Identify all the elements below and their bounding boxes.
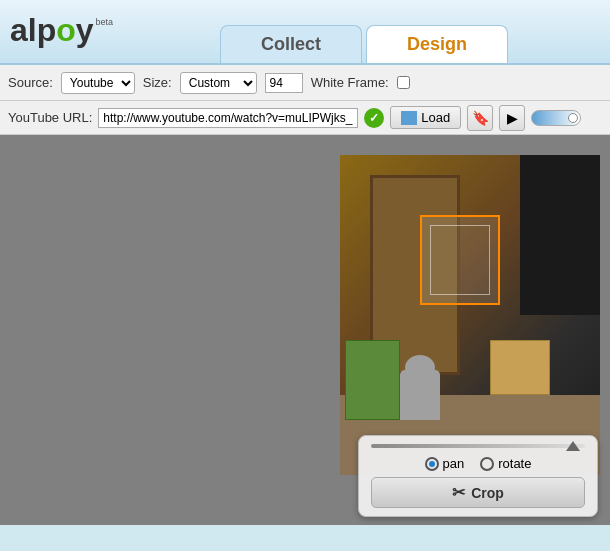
size-number-input[interactable] [265, 73, 303, 93]
tab-collect[interactable]: Collect [220, 25, 362, 63]
nav-tabs: Collect Design [160, 25, 610, 63]
scissors-icon: ✂ [452, 483, 465, 502]
crop-button[interactable]: ✂ Crop [371, 477, 585, 508]
load-button[interactable]: Load [390, 106, 461, 129]
video-frame [340, 155, 600, 475]
crop-selection-box[interactable] [420, 215, 500, 305]
url-valid-icon: ✓ [364, 108, 384, 128]
tab-design[interactable]: Design [366, 25, 508, 63]
video-image [340, 155, 600, 475]
load-icon [401, 111, 417, 125]
youtube-url-label: YouTube URL: [8, 110, 92, 125]
pan-label: pan [443, 456, 465, 471]
zoom-slider-row [371, 444, 585, 448]
source-label: Source: [8, 75, 53, 90]
zoom-slider[interactable] [371, 444, 585, 448]
zoom-slider-thumb [566, 441, 580, 451]
pan-radio[interactable] [425, 457, 439, 471]
load-label: Load [421, 110, 450, 125]
pan-option[interactable]: pan [425, 456, 465, 471]
crop-selection-inner [430, 225, 490, 295]
logo: alpoy [10, 12, 94, 49]
crop-label: Crop [471, 485, 504, 501]
cat-head [405, 355, 435, 380]
volume-slider-thumb [568, 113, 578, 123]
rotate-option[interactable]: rotate [480, 456, 531, 471]
main-canvas[interactable]: pan rotate ✂ Crop [0, 135, 610, 525]
logo-beta: beta [96, 17, 114, 27]
rotate-radio[interactable] [480, 457, 494, 471]
bookmark-icon: 🔖 [472, 110, 489, 126]
bottom-panel: pan rotate ✂ Crop [358, 435, 598, 517]
youtube-url-input[interactable] [98, 108, 358, 128]
dark-figure [520, 155, 600, 315]
header: alpoy beta Collect Design [0, 0, 610, 65]
play-icon: ▶ [507, 110, 518, 126]
white-frame-checkbox[interactable] [397, 76, 410, 89]
size-select[interactable]: Custom 640x480 320x240 [180, 72, 257, 94]
bookmark-button[interactable]: 🔖 [467, 105, 493, 131]
size-label: Size: [143, 75, 172, 90]
white-frame-label: White Frame: [311, 75, 389, 90]
play-button[interactable]: ▶ [499, 105, 525, 131]
green-box [345, 340, 400, 420]
volume-slider[interactable] [531, 110, 581, 126]
source-select[interactable]: Youtube Upload URL [61, 72, 135, 94]
urlbar: YouTube URL: ✓ Load 🔖 ▶ [0, 101, 610, 135]
mode-radio-row: pan rotate [371, 456, 585, 471]
logo-area: alpoy beta [0, 0, 160, 63]
toolbar: Source: Youtube Upload URL Size: Custom … [0, 65, 610, 101]
brown-box [490, 340, 550, 395]
rotate-label: rotate [498, 456, 531, 471]
